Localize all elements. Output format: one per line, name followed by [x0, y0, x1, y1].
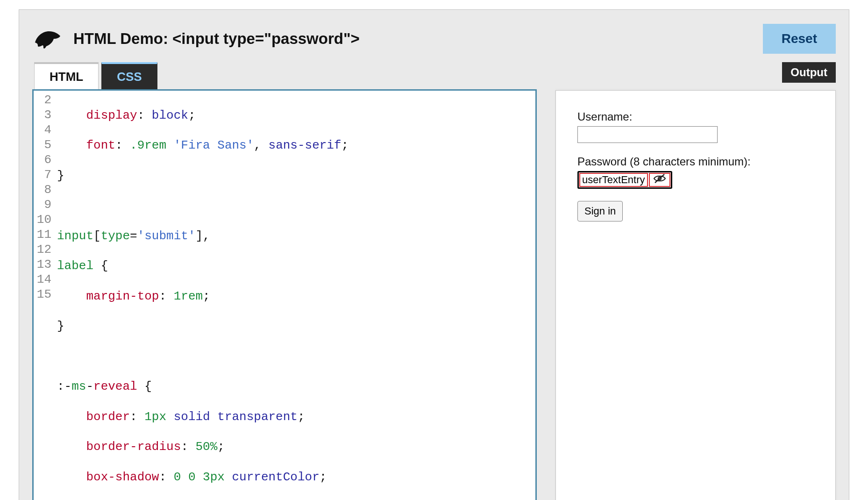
- line-number: 4: [34, 122, 51, 137]
- gutter: 2 3 4 5 6 7 8 9 10 11 12 13 14 15: [34, 91, 54, 500]
- line-number: 13: [34, 257, 51, 272]
- code-editor-area: HTML CSS 2 3 4 5 6 7 8 9 10 11: [32, 62, 537, 500]
- username-input[interactable]: [577, 126, 718, 143]
- reveal-password-button[interactable]: [649, 173, 670, 187]
- line-number: 2: [34, 93, 51, 107]
- output-label: Output: [782, 62, 836, 83]
- line-number: 11: [34, 227, 51, 242]
- line-number: 12: [34, 242, 51, 257]
- output-panel: Output Username: Password (8 characters …: [555, 62, 836, 500]
- username-label: Username:: [577, 110, 814, 123]
- password-label: Password (8 characters minimum):: [577, 155, 814, 168]
- sign-in-button[interactable]: Sign in: [577, 201, 623, 221]
- line-number: 9: [34, 197, 51, 212]
- tab-css[interactable]: CSS: [101, 62, 157, 90]
- line-number: 15: [34, 287, 51, 302]
- line-number: 8: [34, 182, 51, 197]
- line-number: 10: [34, 212, 51, 227]
- code-content[interactable]: display: block; font: .9rem 'Fira Sans',…: [54, 91, 349, 500]
- reset-button[interactable]: Reset: [763, 24, 836, 54]
- dino-icon: [32, 28, 62, 50]
- eye-slash-icon: [653, 173, 666, 186]
- code-editor[interactable]: 2 3 4 5 6 7 8 9 10 11 12 13 14 15: [32, 89, 537, 500]
- line-number: 5: [34, 137, 51, 152]
- password-input[interactable]: userTextEntry: [579, 173, 648, 187]
- demo-header: HTML Demo: <input type="password"> Reset: [32, 24, 836, 54]
- demo-container: HTML Demo: <input type="password"> Reset…: [19, 9, 849, 500]
- line-number: 14: [34, 272, 51, 287]
- output-content: Username: Password (8 characters minimum…: [555, 90, 836, 500]
- demo-title: HTML Demo: <input type="password">: [73, 30, 360, 48]
- editor-tabs: HTML CSS: [32, 62, 537, 90]
- line-number: 6: [34, 152, 51, 167]
- line-number: 3: [34, 107, 51, 122]
- line-number: 7: [34, 167, 51, 182]
- tab-html[interactable]: HTML: [34, 62, 99, 90]
